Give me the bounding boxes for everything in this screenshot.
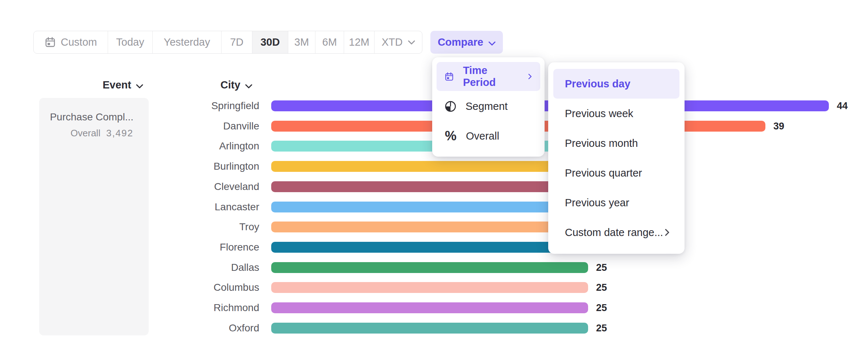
- bar[interactable]: [271, 302, 588, 313]
- menu-item-label: Segment: [466, 100, 508, 112]
- menu-item-segment[interactable]: Segment: [437, 92, 540, 121]
- bar-value: 25: [596, 323, 607, 334]
- date-range-button-12m[interactable]: 12M: [344, 31, 375, 53]
- city-column-label: City: [220, 79, 240, 91]
- date-range-button-yesterday[interactable]: Yesterday: [153, 31, 222, 53]
- submenu-item-previous-week[interactable]: Previous week: [553, 99, 679, 128]
- menu-item-overall[interactable]: %Overall: [437, 121, 540, 150]
- date-range-button-3m[interactable]: 3M: [288, 31, 315, 53]
- bar-label: Troy: [158, 222, 259, 232]
- chevron-down-icon: [136, 84, 143, 88]
- date-range-button-today[interactable]: Today: [108, 31, 153, 53]
- time-period-submenu: Previous dayPrevious weekPrevious monthP…: [548, 62, 685, 254]
- bar-label: Florence: [158, 242, 259, 253]
- chevron-down-icon: [245, 84, 252, 88]
- bar[interactable]: [271, 282, 588, 293]
- chevron-down-icon: [136, 79, 143, 91]
- submenu-item-previous-day[interactable]: Previous day: [553, 69, 679, 99]
- bar-label: Danville: [158, 121, 259, 132]
- date-range-label: XTD: [382, 36, 403, 48]
- chart-row-troy: Troy: [158, 222, 601, 232]
- chevron-down-icon: [408, 40, 415, 45]
- date-range-button-custom[interactable]: Custom: [34, 31, 108, 53]
- date-range-label: 12M: [349, 36, 369, 48]
- date-range-label: Today: [116, 36, 144, 48]
- city-column-header[interactable]: City: [220, 79, 252, 91]
- bar-label: Oxford: [158, 323, 259, 334]
- submenu-item-previous-month[interactable]: Previous month: [553, 128, 679, 158]
- overall-value: 3,492: [106, 128, 133, 139]
- compare-button[interactable]: Compare: [430, 31, 503, 54]
- event-column-label: Event: [103, 79, 131, 91]
- date-range-label: Yesterday: [164, 36, 210, 48]
- submenu-item-label: Previous day: [565, 78, 631, 90]
- date-range-label: 6M: [322, 36, 337, 48]
- chart-row-columbus: Columbus25: [158, 282, 607, 293]
- submenu-item-label: Previous month: [565, 137, 638, 149]
- submenu-item-label: Previous year: [565, 197, 629, 209]
- date-range-toolbar: CustomTodayYesterday7D30D3M6M12MXTD: [33, 31, 422, 54]
- calendar-icon: [45, 37, 56, 48]
- submenu-item-previous-year[interactable]: Previous year: [553, 188, 679, 218]
- date-range-label: 7D: [230, 36, 243, 48]
- submenu-item-label: Previous week: [565, 108, 633, 120]
- chevron-down-icon: [488, 36, 496, 48]
- submenu-item-previous-quarter[interactable]: Previous quarter: [553, 158, 679, 188]
- bar-label: Lancaster: [158, 202, 259, 212]
- percent-icon: %: [445, 128, 457, 144]
- bar[interactable]: [271, 262, 588, 273]
- segment-icon: [445, 100, 456, 112]
- chevron-right-icon: [528, 73, 532, 80]
- date-range-label: Custom: [61, 36, 97, 48]
- chart-row-richmond: Richmond25: [158, 302, 607, 313]
- menu-item-label: Overall: [466, 130, 499, 142]
- bar-label: Springfield: [158, 100, 259, 111]
- event-column-header[interactable]: Event: [103, 79, 143, 91]
- date-range-label: 30D: [260, 36, 280, 48]
- date-range-button-6m[interactable]: 6M: [315, 31, 344, 53]
- chart-row-dallas: Dallas25: [158, 262, 607, 273]
- compare-dropdown-menu: Time PeriodSegment%Overall: [432, 57, 545, 157]
- calendar-icon: [445, 71, 454, 83]
- date-range-button-30d[interactable]: 30D: [252, 31, 288, 53]
- event-overall-row: Overall 3,492: [46, 128, 133, 139]
- bar-label: Columbus: [158, 282, 259, 293]
- bar-label: Cleveland: [158, 181, 259, 192]
- bar-value: 25: [596, 262, 607, 273]
- date-range-label: 3M: [294, 36, 309, 48]
- submenu-item-label: Previous quarter: [565, 167, 642, 179]
- bar-label: Burlington: [158, 161, 259, 172]
- chart-row-oxford: Oxford25: [158, 323, 607, 334]
- chart-row-florence: Florence: [158, 242, 601, 253]
- menu-item-time-period[interactable]: Time Period: [437, 62, 540, 91]
- chevron-down-icon: [488, 41, 496, 46]
- event-panel[interactable]: Purchase Compl... Overall 3,492: [39, 98, 149, 335]
- bar-label: Dallas: [158, 262, 259, 273]
- bar-value: 39: [773, 121, 784, 132]
- bar-value: 25: [596, 302, 607, 313]
- bar[interactable]: [271, 323, 588, 334]
- bar-label: Arlington: [158, 141, 259, 152]
- chevron-down-icon: [245, 79, 252, 91]
- chevron-right-icon: [665, 229, 669, 236]
- date-range-button-7d[interactable]: 7D: [222, 31, 252, 53]
- compare-button-label: Compare: [438, 36, 483, 48]
- bar-value: 44: [837, 100, 848, 111]
- submenu-item-custom-date-range-[interactable]: Custom date range...: [553, 218, 679, 247]
- menu-item-label: Time Period: [463, 65, 510, 88]
- submenu-item-label: Custom date range...: [565, 227, 663, 239]
- date-range-button-xtd[interactable]: XTD: [375, 31, 422, 53]
- bar-value: 25: [596, 282, 607, 293]
- bar-label: Richmond: [158, 302, 259, 313]
- event-name: Purchase Compl...: [46, 111, 133, 123]
- chart-row-lancaster: Lancaster: [158, 202, 613, 212]
- overall-label: Overall: [71, 128, 100, 139]
